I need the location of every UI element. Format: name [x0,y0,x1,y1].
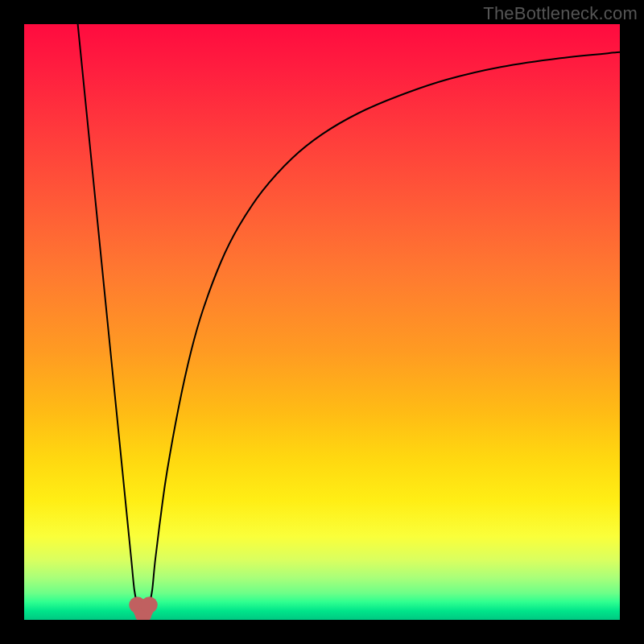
curve-right-branch [149,52,620,605]
curve-layer [24,24,620,620]
curve-left-branch [78,24,138,605]
watermark-text: TheBottleneck.com [483,3,638,24]
plot-area [24,24,620,620]
marker-point-2 [141,597,158,613]
chart-frame: TheBottleneck.com [0,0,644,644]
